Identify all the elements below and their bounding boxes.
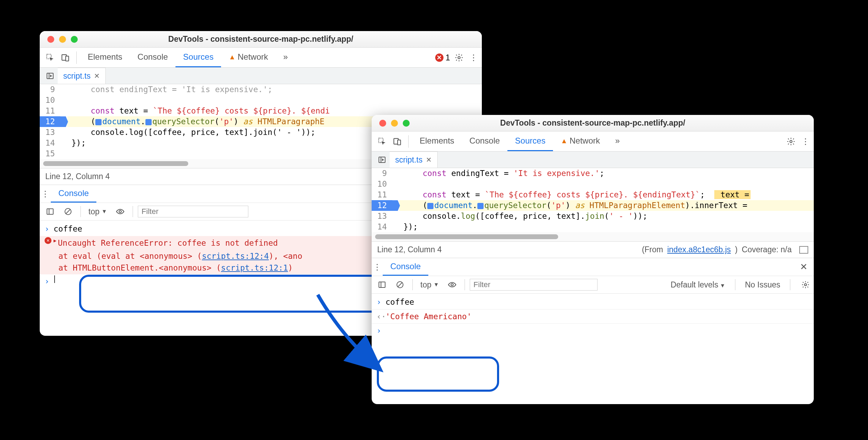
- close-window-icon[interactable]: [47, 36, 54, 43]
- main-toolbar: Elements Console Sources Network » ⋮: [372, 131, 814, 151]
- minimize-window-icon[interactable]: [391, 120, 398, 127]
- drawer-header: ⋮ Console ✕: [372, 258, 814, 276]
- file-tab-script[interactable]: script.ts ✕: [390, 151, 438, 168]
- tab-network[interactable]: Network: [221, 48, 276, 67]
- cursor: [54, 275, 55, 283]
- coverage-icon[interactable]: [799, 246, 808, 254]
- window-title: DevTools - consistent-source-map-pc.netl…: [372, 118, 814, 128]
- console-body[interactable]: › coffee ‹· 'Coffee Americano' ›: [372, 294, 814, 339]
- svg-line-22: [398, 283, 402, 287]
- clear-console-icon[interactable]: [393, 278, 407, 292]
- error-count[interactable]: ✕ 1: [435, 53, 450, 62]
- tab-sources[interactable]: Sources: [175, 48, 221, 67]
- console-input-line: coffee: [385, 296, 414, 308]
- more-menu-icon[interactable]: ⋮: [468, 52, 479, 63]
- titlebar[interactable]: DevTools - consistent-source-map-pc.netl…: [40, 31, 482, 48]
- svg-rect-14: [398, 140, 401, 145]
- drawer-more-icon[interactable]: ⋮: [40, 188, 51, 199]
- gutter-14: 14: [40, 138, 67, 148]
- code-editor[interactable]: 9 const endingText = 'It is expensive.';…: [372, 168, 814, 232]
- console-result-value: 'Coffee Americano': [385, 311, 471, 323]
- prompt-icon: ›: [376, 325, 385, 337]
- prompt-icon: ›: [376, 296, 385, 308]
- settings-icon[interactable]: [785, 136, 797, 147]
- svg-rect-19: [379, 282, 385, 287]
- gutter-13: 13: [372, 211, 399, 222]
- console-error-message: Uncaught ReferenceError: coffee is not d…: [58, 237, 278, 249]
- issues-label[interactable]: No Issues: [745, 280, 780, 290]
- horizontal-scrollbar[interactable]: [372, 232, 814, 241]
- result-icon: ‹·: [376, 311, 385, 323]
- device-toolbar-icon[interactable]: [58, 51, 72, 65]
- file-tab-script[interactable]: script.ts ✕: [58, 68, 106, 84]
- prompt-icon: ›: [45, 275, 54, 287]
- stack-link-2[interactable]: script.ts:12:1: [221, 263, 288, 272]
- error-icon: ✕: [435, 53, 443, 62]
- console-settings-icon[interactable]: [800, 279, 811, 290]
- maximize-window-icon[interactable]: [403, 120, 410, 127]
- log-levels-selector[interactable]: Default levels ▼: [670, 280, 725, 290]
- drawer-tab-console[interactable]: Console: [51, 185, 96, 203]
- sourcemap-link[interactable]: index.a8c1ec6b.js: [667, 245, 731, 254]
- svg-point-23: [451, 284, 454, 286]
- gutter-9: 9: [372, 168, 399, 179]
- drawer-tab-console[interactable]: Console: [383, 258, 428, 276]
- tab-sources[interactable]: Sources: [507, 131, 553, 151]
- device-toolbar-icon[interactable]: [390, 135, 404, 148]
- live-expression-icon[interactable]: [445, 278, 459, 292]
- sidebar-toggle-icon[interactable]: [43, 205, 57, 218]
- gutter-11: 11: [40, 106, 67, 116]
- context-selector[interactable]: top▼: [86, 207, 110, 216]
- drawer-close-icon[interactable]: ✕: [794, 262, 814, 272]
- property-badge-icon: [427, 203, 433, 209]
- drawer-more-icon[interactable]: ⋮: [372, 262, 383, 273]
- svg-rect-7: [47, 209, 53, 214]
- gutter-13: 13: [40, 127, 67, 138]
- inline-value-text: text =: [714, 190, 751, 199]
- gutter-10: 10: [372, 179, 399, 189]
- context-selector[interactable]: top▼: [418, 280, 442, 290]
- gutter-11: 11: [372, 189, 399, 200]
- maximize-window-icon[interactable]: [71, 36, 78, 43]
- navigator-toggle-icon[interactable]: [375, 153, 389, 167]
- gutter-15: 15: [40, 148, 67, 159]
- sidebar-toggle-icon[interactable]: [375, 278, 389, 292]
- gutter-14: 14: [372, 222, 399, 232]
- tab-elements[interactable]: Elements: [80, 48, 130, 67]
- cursor-position: Line 12, Column 4: [377, 245, 442, 254]
- property-badge-icon: [477, 203, 484, 209]
- filter-input[interactable]: [470, 279, 598, 291]
- navigator-toggle-icon[interactable]: [43, 69, 57, 83]
- property-badge-icon: [145, 119, 152, 125]
- devtools-window-b: DevTools - consistent-source-map-pc.netl…: [372, 115, 814, 404]
- titlebar[interactable]: DevTools - consistent-source-map-pc.netl…: [372, 115, 814, 131]
- current-line: 12 (document.querySelector('p') as HTMLP…: [372, 200, 814, 211]
- tab-console[interactable]: Console: [462, 131, 507, 151]
- inspect-icon[interactable]: [43, 51, 57, 65]
- close-window-icon[interactable]: [379, 120, 386, 127]
- svg-point-24: [804, 284, 807, 286]
- live-expression-icon[interactable]: [113, 205, 127, 218]
- tab-console[interactable]: Console: [130, 48, 175, 67]
- file-close-icon[interactable]: ✕: [94, 72, 100, 80]
- more-tabs-icon[interactable]: »: [276, 48, 295, 67]
- error-icon: ✕: [45, 237, 51, 244]
- tab-elements[interactable]: Elements: [412, 131, 462, 151]
- file-close-icon[interactable]: ✕: [426, 156, 432, 164]
- svg-rect-2: [66, 56, 69, 61]
- more-tabs-icon[interactable]: »: [608, 131, 627, 151]
- tab-network[interactable]: Network: [553, 131, 608, 151]
- file-tab-label: script.ts: [63, 71, 90, 81]
- svg-line-10: [66, 209, 70, 214]
- clear-console-icon[interactable]: [61, 205, 75, 218]
- prompt-icon: ›: [45, 223, 54, 235]
- minimize-window-icon[interactable]: [59, 36, 66, 43]
- more-menu-icon[interactable]: ⋮: [800, 136, 811, 147]
- filter-input[interactable]: [138, 206, 248, 217]
- file-tab-label: script.ts: [395, 155, 422, 165]
- inspect-icon[interactable]: [375, 135, 389, 148]
- stack-link-1[interactable]: script.ts:12:4: [202, 252, 269, 261]
- coverage-label: Coverage: n/a: [742, 245, 792, 254]
- console-toolbar: top▼ Default levels ▼ No Issues: [372, 276, 814, 294]
- settings-icon[interactable]: [454, 52, 465, 63]
